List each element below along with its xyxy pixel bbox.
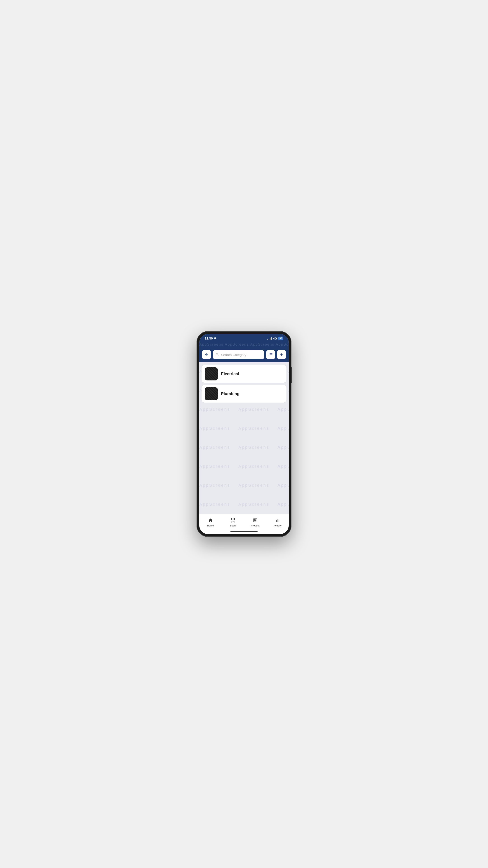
bottom-nav: Home Scan xyxy=(199,514,289,530)
nav-product[interactable]: Product xyxy=(244,517,266,528)
signal-icon xyxy=(267,337,271,340)
home-bar xyxy=(199,530,289,534)
back-icon xyxy=(204,352,208,357)
location-icon xyxy=(214,337,217,340)
add-button[interactable] xyxy=(277,350,286,359)
nav-home-label: Home xyxy=(207,524,214,527)
search-bar[interactable]: Search Category xyxy=(213,350,264,359)
plumbing-label: Plumbing xyxy=(221,392,239,396)
content-area: AppScreens AppScreens AppScreens AppScre… xyxy=(199,362,289,514)
back-button[interactable] xyxy=(202,350,211,359)
svg-rect-2 xyxy=(231,521,232,522)
watermark-strip: AppScreens AppScreens AppScreens AppScre… xyxy=(199,342,289,348)
list-view-icon xyxy=(268,352,273,357)
phone-frame: 11:50 4G 36 AppScreens AppScreens AppScr… xyxy=(197,331,291,537)
home-indicator xyxy=(230,531,258,532)
status-time: 11:50 xyxy=(205,337,217,340)
status-bar: 11:50 4G 36 xyxy=(199,334,289,342)
home-icon xyxy=(207,518,214,523)
category-plumbing[interactable]: Plumbing xyxy=(201,385,287,403)
add-icon xyxy=(279,352,284,357)
toolbar: Search Category xyxy=(199,348,289,362)
nav-scan-label: Scan xyxy=(230,524,236,527)
electrical-label: Electrical xyxy=(221,372,239,376)
nav-activity[interactable]: Activity xyxy=(266,517,289,528)
nav-activity-label: Activity xyxy=(273,524,282,527)
activity-icon xyxy=(275,518,281,523)
nav-home[interactable]: Home xyxy=(199,517,222,528)
product-icon xyxy=(252,518,258,523)
watermark-overlay: AppScreens AppScreens AppScreens AppScre… xyxy=(199,362,289,514)
nav-scan[interactable]: Scan xyxy=(222,517,244,528)
category-electrical[interactable]: Electrical xyxy=(201,365,287,383)
svg-rect-1 xyxy=(234,519,235,520)
electrical-icon xyxy=(205,367,218,380)
nav-product-label: Product xyxy=(251,524,260,527)
svg-rect-0 xyxy=(231,519,232,520)
list-view-button[interactable] xyxy=(266,350,275,359)
plumbing-icon xyxy=(205,387,218,400)
scan-icon xyxy=(230,518,236,523)
phone-screen: 11:50 4G 36 AppScreens AppScreens AppScr… xyxy=(199,334,289,534)
status-indicators: 4G 36 xyxy=(267,337,283,340)
search-icon xyxy=(216,353,219,356)
battery-indicator: 36 xyxy=(278,337,283,340)
